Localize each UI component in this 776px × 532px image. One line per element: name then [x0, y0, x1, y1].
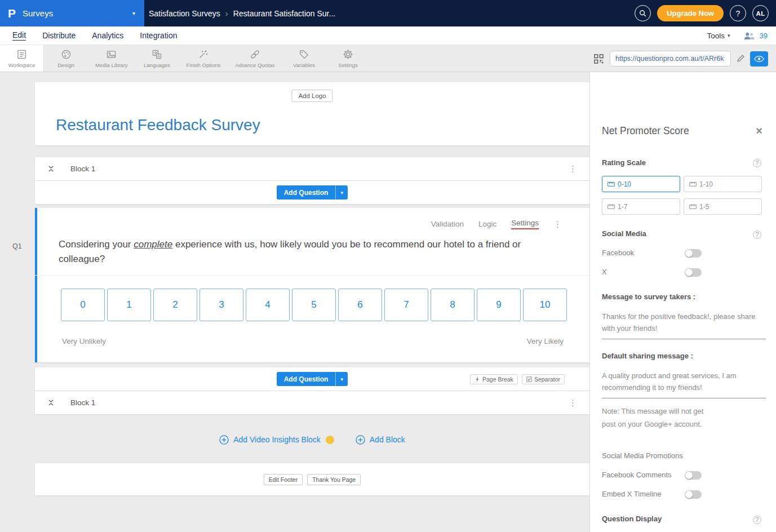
add-question-dropdown[interactable]: ▾	[335, 185, 348, 200]
scale-option-label: 1-10	[699, 180, 713, 188]
facebook-toggle[interactable]	[685, 249, 702, 258]
breadcrumb-parent[interactable]: Satisfaction Surveys	[149, 9, 220, 18]
collaborators-icon[interactable]	[743, 32, 755, 40]
top-bar: P Surveys ▾ Satisfaction Surveys › Resta…	[0, 0, 776, 26]
nav-right: Tools ▾ 39	[707, 26, 768, 45]
collapse-block-icon[interactable]	[48, 399, 54, 406]
block-menu-icon[interactable]: ⋮	[569, 398, 577, 408]
separator-button[interactable]: Separator	[522, 374, 565, 384]
collapse-block-icon[interactable]	[48, 165, 54, 172]
facebook-label: Facebook	[602, 249, 634, 257]
tab-analytics[interactable]: Analytics	[92, 26, 123, 45]
tab-distribute[interactable]: Distribute	[42, 26, 76, 45]
scale-option-1-5[interactable]: 1-5	[684, 198, 762, 215]
question-display-help-icon[interactable]: ?	[753, 516, 761, 524]
survey-url-input[interactable]	[610, 51, 731, 66]
question-display-label: Question Display	[602, 515, 662, 523]
toggle-knob	[685, 491, 693, 498]
toolbar-item-settings[interactable]: Settings	[326, 45, 370, 72]
question-tab-logic[interactable]: Logic	[478, 220, 496, 228]
facebook-comments-toggle[interactable]	[685, 471, 702, 480]
scale-option-0-10[interactable]: 0-10	[602, 176, 680, 192]
toolbar-item-workspace[interactable]: Workspace	[0, 45, 44, 72]
x-toggle[interactable]	[685, 268, 702, 277]
question-menu-icon[interactable]: ⋮	[553, 219, 562, 229]
breadcrumb-current: Restaurant Satisfaction Sur...	[233, 9, 335, 18]
question-tab-settings[interactable]: Settings	[511, 219, 539, 229]
tools-menu[interactable]: Tools	[707, 32, 725, 40]
add-question-button[interactable]: Add Question ▾	[277, 185, 348, 200]
survey-header-card: Add Logo Restaurant Feedback Survey	[35, 82, 589, 145]
block-title[interactable]: Block 1	[70, 398, 95, 407]
breadcrumb: Satisfaction Surveys › Restaurant Satisf…	[149, 0, 335, 26]
toolbar-item-design[interactable]: Design	[44, 45, 88, 72]
add-question-button[interactable]: Add Question ▾	[277, 372, 348, 386]
toolbar-item-finish-options[interactable]: Finish Options	[179, 45, 228, 72]
nps-score-10[interactable]: 10	[523, 289, 567, 321]
question-tab-validation[interactable]: Validation	[431, 220, 464, 228]
nps-score-8[interactable]: 8	[431, 289, 475, 321]
nps-score-7[interactable]: 7	[384, 289, 428, 321]
nps-score-0[interactable]: 0	[61, 289, 105, 321]
question-card[interactable]: Validation Logic Settings ⋮ Considering …	[35, 208, 589, 362]
tab-label: Edit	[12, 30, 26, 41]
edit-footer-button[interactable]: Edit Footer	[264, 474, 303, 485]
google-plus-note: Note: This message will not get post on …	[602, 405, 710, 431]
nps-score-4[interactable]: 4	[246, 289, 290, 321]
page-break-button[interactable]: Page Break	[470, 374, 518, 384]
thank-you-page-button[interactable]: Thank You Page	[307, 474, 361, 485]
finish-options-icon	[198, 48, 209, 60]
toolbar-item-label: Advance Quotas	[235, 62, 274, 68]
social-media-help-icon[interactable]: ?	[753, 230, 761, 239]
qr-code-button[interactable]	[593, 54, 604, 64]
toolbar-item-label: Languages	[144, 62, 170, 68]
nps-score-6[interactable]: 6	[338, 289, 382, 321]
block-title[interactable]: Block 1	[70, 165, 95, 173]
tab-integration[interactable]: Integration	[140, 26, 177, 45]
advance-quotas-icon	[250, 48, 260, 60]
question-text[interactable]: Considering your complete experience wit…	[59, 237, 564, 267]
add-question-dropdown[interactable]: ▾	[335, 372, 348, 386]
preview-button[interactable]	[750, 51, 768, 66]
question-text-emphasis: complete	[134, 239, 172, 250]
nps-score-1[interactable]: 1	[107, 289, 151, 321]
toolbar-item-media-library[interactable]: Media Library	[88, 45, 135, 72]
upgrade-button[interactable]: Upgrade Now	[657, 5, 724, 21]
toolbar-item-advance-quotas[interactable]: Advance Quotas	[228, 45, 282, 72]
help-button[interactable]: ?	[730, 5, 746, 21]
x-label: X	[602, 268, 607, 276]
embed-x-timeline-toggle[interactable]	[685, 490, 702, 499]
edit-url-button[interactable]	[737, 55, 744, 63]
message-to-takers-field[interactable]: Thanks for the positive feedback!, pleas…	[602, 311, 766, 339]
toolbar-item-variables[interactable]: Variables	[282, 45, 326, 72]
nps-score-3[interactable]: 3	[199, 289, 243, 321]
survey-title[interactable]: Restaurant Feedback Survey	[56, 116, 260, 134]
avatar[interactable]: AL	[752, 5, 769, 21]
add-logo-button[interactable]: Add Logo	[291, 90, 332, 102]
scale-option-1-7[interactable]: 1-7	[602, 198, 680, 215]
nps-score-9[interactable]: 9	[477, 289, 521, 321]
block-menu-icon[interactable]: ⋮	[569, 164, 577, 174]
rating-scale-help-icon[interactable]: ?	[753, 159, 761, 167]
nps-left-label: Very Unlikely	[62, 337, 106, 345]
app-switcher[interactable]: P Surveys ▾	[0, 0, 144, 26]
nps-score-5[interactable]: 5	[292, 289, 336, 321]
add-video-insights-block-link[interactable]: Add Video Insights Block	[219, 435, 334, 445]
toolbar-item-label: Settings	[338, 62, 357, 68]
close-icon[interactable]: ×	[756, 125, 762, 136]
default-sharing-field[interactable]: A quality product and great services, I …	[602, 370, 766, 398]
search-button[interactable]	[635, 5, 651, 21]
questionpro-logo: P	[8, 7, 16, 20]
message-to-takers-label: Message to survey takers :	[602, 292, 695, 301]
scale-option-1-10[interactable]: 1-10	[684, 176, 762, 192]
nps-score-2[interactable]: 2	[153, 289, 197, 321]
add-block-link[interactable]: Add Block	[356, 435, 405, 445]
panel-title: Net Promoter Score	[602, 125, 689, 137]
facebook-comments-label: Facebook Comments	[602, 471, 672, 479]
toolbar-item-languages[interactable]: A Languages	[135, 45, 179, 72]
tab-edit[interactable]: Edit	[12, 26, 26, 45]
nps-anchor-labels: Very Unlikely Very Likely	[62, 337, 564, 345]
app-name: Surveys	[23, 8, 53, 18]
languages-icon: A	[152, 48, 162, 60]
toolbar-item-label: Media Library	[95, 62, 128, 68]
